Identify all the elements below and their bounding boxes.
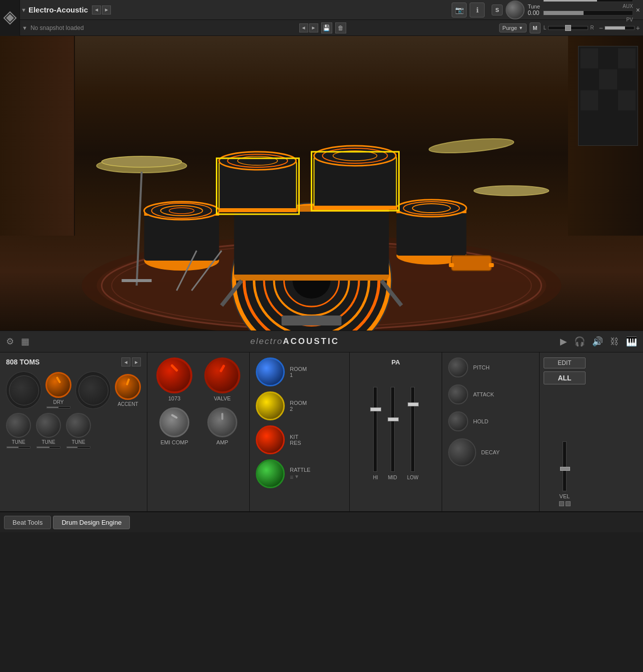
room1-num: 1 — [290, 372, 307, 378]
prev-instrument-btn[interactable]: ◄ — [92, 5, 101, 14]
valve-knob[interactable] — [204, 357, 240, 393]
instrument-dropdown-arrow[interactable]: ▼ — [21, 7, 26, 13]
toms-prev-btn[interactable]: ◄ — [121, 357, 130, 366]
controls-area: 808 TOMS ◄ ► DRY — [0, 352, 643, 511]
tune-knob-1[interactable] — [6, 413, 31, 438]
svg-point-25 — [397, 200, 467, 217]
toms-section: 808 TOMS ◄ ► DRY — [0, 352, 147, 511]
m-button[interactable]: M — [530, 22, 541, 33]
all-btn[interactable]: ALL — [544, 371, 586, 384]
headphone-icon[interactable]: 🎧 — [574, 336, 585, 347]
purge-btn[interactable]: Purge ▼ — [499, 23, 527, 32]
low-label: LOW — [407, 475, 419, 480]
delete-snapshot-btn[interactable]: 🗑 — [335, 22, 346, 33]
toms-next-btn[interactable]: ► — [132, 357, 141, 366]
pan-slider[interactable] — [548, 26, 588, 30]
save-snapshot-btn[interactable]: 💾 — [321, 22, 332, 33]
dry-knob[interactable] — [45, 372, 71, 398]
pitch-knob[interactable] — [448, 357, 468, 377]
room2-knob[interactable] — [256, 391, 285, 420]
vel-slider-handle[interactable] — [560, 467, 570, 471]
accent-label: ACCENT — [117, 401, 138, 407]
room2-num: 2 — [290, 406, 307, 412]
valve-label: VALVE — [214, 395, 231, 401]
edit-btn[interactable]: EDIT — [544, 357, 586, 368]
emi-comp-knob[interactable] — [159, 407, 189, 437]
next-instrument-btn[interactable]: ► — [102, 5, 111, 14]
vol-slider[interactable] — [605, 26, 635, 30]
svg-rect-32 — [219, 208, 297, 212]
prev-snapshot-btn[interactable]: ◄ — [299, 23, 308, 32]
hi-label: HI — [373, 475, 378, 480]
attack-knob[interactable] — [448, 384, 468, 404]
drum-design-tab[interactable]: Drum Design Engine — [53, 516, 130, 529]
room1-knob[interactable] — [256, 357, 285, 386]
tune-knob-3[interactable] — [66, 413, 91, 438]
play-icon[interactable]: ▶ — [560, 336, 567, 347]
drum-image-area — [0, 36, 643, 331]
vel-label: VEL — [560, 493, 570, 499]
hi-fader-handle[interactable] — [370, 407, 381, 411]
info-btn[interactable]: ℹ — [470, 2, 485, 17]
amp-knob[interactable] — [207, 407, 237, 437]
instrument-display2: ACOUSTIC — [283, 336, 339, 346]
vol-plus-btn[interactable]: + — [636, 24, 640, 32]
tune-slider-1[interactable] — [6, 446, 30, 448]
tune-slider-3[interactable] — [66, 446, 90, 448]
s-button[interactable]: S — [492, 4, 503, 15]
decay-knob[interactable] — [448, 438, 476, 466]
settings-icon[interactable]: ⚙ — [6, 336, 14, 347]
close-btn[interactable]: × — [636, 6, 640, 14]
vol-minus-btn[interactable]: − — [599, 24, 603, 32]
tune-slider-2[interactable] — [36, 446, 60, 448]
pv-label: PV — [626, 17, 633, 22]
low-fader-track — [411, 387, 415, 472]
kit-label: KIT — [290, 434, 301, 440]
piano-icon[interactable]: 🎹 — [626, 336, 637, 347]
envelope-section: PITCH ATTACK HOLD DECAY — [442, 352, 540, 511]
mid-fader-handle[interactable] — [388, 417, 399, 421]
instrument-name: Electro-Acoustic — [28, 5, 88, 14]
tune-label-1: TUNE — [11, 439, 25, 445]
dry-slider[interactable] — [46, 406, 70, 408]
svg-point-43 — [474, 186, 549, 196]
logo-icon — [0, 0, 20, 36]
next-snapshot-btn[interactable]: ► — [309, 23, 318, 32]
rattle-expand-btn[interactable]: ▼ — [294, 474, 299, 481]
tune-knob-2[interactable] — [36, 413, 61, 438]
mid-label: MID — [388, 475, 397, 480]
svg-rect-53 — [489, 263, 494, 267]
attack-label: ATTACK — [473, 391, 494, 397]
toms-title: 808 TOMS — [6, 358, 39, 366]
svg-point-42 — [429, 136, 514, 156]
snapshot-label: No snapshot loaded — [30, 24, 296, 31]
camera-btn[interactable]: 📷 — [452, 2, 467, 17]
tune-label-3: TUNE — [71, 439, 85, 445]
tab-bar: Beat Tools Drum Design Engine — [0, 511, 643, 532]
preamp-1073-knob[interactable] — [156, 357, 192, 393]
vel-dot-1 — [559, 501, 564, 506]
kit-res-knob[interactable] — [256, 425, 285, 454]
hi-fader-track — [373, 387, 377, 472]
edit-section: EDIT ALL VEL — [540, 352, 590, 511]
accent-knob[interactable] — [115, 374, 141, 400]
hold-knob[interactable] — [448, 411, 468, 431]
rattle-knob[interactable] — [256, 459, 285, 488]
svg-rect-14 — [234, 275, 389, 281]
beat-tools-tab[interactable]: Beat Tools — [4, 516, 51, 529]
hold-label: HOLD — [473, 418, 489, 424]
instrument-display: electro — [250, 336, 283, 346]
vel-dot-2 — [566, 501, 571, 506]
low-fader-handle[interactable] — [408, 402, 419, 406]
ghost-knob-right — [75, 371, 111, 409]
dry-label: DRY — [53, 399, 64, 405]
speaker-icon[interactable]: 🔊 — [592, 336, 603, 347]
tune-knob[interactable] — [506, 0, 525, 19]
svg-point-41 — [102, 156, 182, 167]
snapshot-dropdown-arrow[interactable]: ▼ — [22, 25, 27, 31]
tune-value: 0.00 — [528, 9, 540, 16]
preamp-1073-label: 1073 — [168, 395, 180, 401]
pitch-label: PITCH — [473, 364, 490, 370]
link-icon[interactable]: ⛓ — [610, 336, 619, 347]
mixer-icon[interactable]: ▦ — [21, 336, 29, 347]
